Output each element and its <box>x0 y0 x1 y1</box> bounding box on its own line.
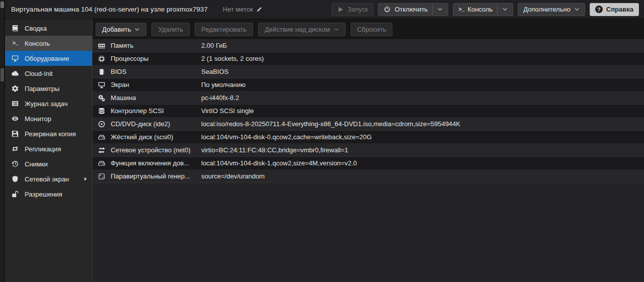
expand-right-icon <box>83 176 88 181</box>
hw-row-value: SeaBIOS <box>201 68 644 75</box>
hw-row-value: 2.00 ГиБ <box>201 42 644 49</box>
gear-icon <box>12 85 19 92</box>
sidebar-item-backup[interactable]: Резервная копия <box>5 126 92 141</box>
eye-icon <box>12 115 19 122</box>
add-button-label: Добавить <box>102 26 131 33</box>
retweet-icon <box>12 145 19 152</box>
table-row-bios[interactable]: BIOS SeaBIOS <box>93 65 644 78</box>
sidebar-item-label: Консоль <box>25 40 50 47</box>
tags-editor[interactable]: Нет меток <box>223 6 262 13</box>
chevron-down-icon <box>574 7 580 12</box>
history-icon <box>12 160 19 167</box>
help-button[interactable]: ? Справка <box>590 3 639 16</box>
table-row-cdrom[interactable]: CD/DVD-диск (ide2) local:iso/redos-8-202… <box>93 118 644 131</box>
hw-row-label: Машина <box>111 94 136 102</box>
hw-row-value: pc-i440fx-8.2 <box>201 94 644 102</box>
disk-action-button[interactable]: Действие над диском <box>258 23 346 36</box>
task-list-icon <box>12 100 19 107</box>
hw-row-label: BIOS <box>111 68 126 75</box>
chevron-down-icon <box>334 27 339 32</box>
sidebar-item-replication[interactable]: Репликация <box>5 141 92 156</box>
sidebar-item-cloudinit[interactable]: Cloud-Init <box>5 66 92 81</box>
hw-row-label: Паравиртуальный генер... <box>111 172 190 180</box>
proxmox-vm-hardware-page: Виртуальная машина 104 (red-os-server) н… <box>0 0 644 282</box>
unlock-icon <box>12 191 19 198</box>
hw-row-label: Функция включения дов... <box>111 159 189 167</box>
hw-row-label: Процессоры <box>111 55 148 62</box>
sidebar-item-monitor[interactable]: Монитор <box>5 111 92 126</box>
chevron-down-icon[interactable] <box>437 7 443 12</box>
button-divider <box>497 5 498 14</box>
power-icon <box>383 6 391 13</box>
memory-icon <box>98 42 105 49</box>
table-empty-area <box>93 183 644 282</box>
sidebar-item-label: Журнал задач <box>25 100 68 108</box>
table-row-scsi-controller[interactable]: Контроллер SCSI VirtIO SCSI single <box>93 105 644 118</box>
help-button-label: Справка <box>606 6 633 13</box>
sidebar-item-label: Оборудование <box>25 55 69 62</box>
table-row-display[interactable]: Экран По умолчанию <box>93 78 644 91</box>
cloud-icon <box>12 70 19 77</box>
chevron-down-icon[interactable] <box>502 7 508 12</box>
sidebar-item-label: Снимки <box>25 160 48 168</box>
sidebar-item-snapshots[interactable]: Снимки <box>5 156 92 171</box>
sidebar-item-permissions[interactable]: Разрешения <box>5 186 92 202</box>
button-divider <box>432 5 433 14</box>
console-button[interactable]: >_ Консоль <box>453 3 513 16</box>
more-button[interactable]: Дополнительно <box>518 3 585 16</box>
table-row-network-device[interactable]: Сетевое устройство (net0) virtio=BC:24:1… <box>93 144 644 157</box>
sidebar-item-firewall[interactable]: Сетевой экран <box>5 171 92 186</box>
sidebar-item-label: Сводка <box>25 25 47 32</box>
question-icon: ? <box>595 6 603 13</box>
tags-label: Нет меток <box>223 6 253 13</box>
floppy-icon <box>12 130 19 137</box>
hw-row-value: local:iso/redos-8-20250711.4-Everything-… <box>201 120 644 128</box>
shutdown-button[interactable]: Отключить <box>378 3 448 16</box>
shield-icon <box>12 175 19 182</box>
revert-button[interactable]: Сбросить <box>351 23 393 36</box>
sidebar-item-console[interactable]: >_ Консоль <box>5 36 92 51</box>
more-button-label: Дополнительно <box>523 6 571 13</box>
sidebar-item-label: Репликация <box>25 145 61 153</box>
sidebar-item-task-history[interactable]: Журнал задач <box>5 96 92 111</box>
pencil-icon <box>256 7 262 13</box>
hdd-icon <box>98 134 105 141</box>
revert-button-label: Сбросить <box>357 26 386 33</box>
sidebar-item-hardware[interactable]: Оборудование <box>5 51 92 66</box>
tree-panel-splitter[interactable] <box>0 0 5 282</box>
splitter-grip-icon[interactable] <box>1 68 4 81</box>
table-row-memory[interactable]: Память 2.00 ГиБ <box>93 39 644 52</box>
splitter-handle-icon[interactable] <box>1 2 4 8</box>
remove-button[interactable]: Удалить <box>151 23 190 36</box>
edit-button-label: Редактировать <box>201 26 247 33</box>
table-row-processors[interactable]: Процессоры 2 (1 sockets, 2 cores) <box>93 52 644 65</box>
start-button-label: Запуск <box>348 6 368 13</box>
dice-icon <box>98 173 105 180</box>
display-icon <box>98 81 105 88</box>
hw-row-value: local:104/vm-104-disk-1.qcow2,size=4M,ve… <box>201 159 644 167</box>
network-icon <box>98 147 105 154</box>
database-icon <box>98 108 105 115</box>
cdrom-icon <box>98 121 105 128</box>
play-icon <box>337 6 344 13</box>
edit-button[interactable]: Редактировать <box>195 23 253 36</box>
sidebar-item-label: Cloud-Init <box>25 70 53 77</box>
hw-row-label: CD/DVD-диск (ide2) <box>111 120 170 128</box>
table-row-tpm-state[interactable]: Функция включения дов... local:104/vm-10… <box>93 157 644 170</box>
hw-row-label: Память <box>111 42 133 49</box>
vm-sidebar: Сводка >_ Консоль Оборудование Cloud-Ini… <box>5 19 93 282</box>
sidebar-item-options[interactable]: Параметры <box>5 81 92 96</box>
hdd-icon <box>98 160 105 167</box>
table-row-machine[interactable]: Машина pc-i440fx-8.2 <box>93 91 644 105</box>
start-button[interactable]: Запуск <box>332 3 374 16</box>
hardware-table: Память 2.00 ГиБ Процессоры 2 (1 sockets,… <box>93 39 644 183</box>
hw-row-label: Жёсткий диск (scsi0) <box>111 133 173 141</box>
hw-row-value: По умолчанию <box>201 81 644 88</box>
hw-row-label: Экран <box>111 81 129 88</box>
terminal-icon: >_ <box>12 40 18 46</box>
sidebar-item-summary[interactable]: Сводка <box>5 21 92 36</box>
table-row-rng[interactable]: Паравиртуальный генер... source=/dev/ura… <box>93 170 644 183</box>
table-row-hard-disk[interactable]: Жёсткий диск (scsi0) local:104/vm-104-di… <box>93 131 644 144</box>
add-button[interactable]: Добавить <box>96 23 146 36</box>
hardware-toolbar: Добавить Удалить Редактировать Действие … <box>93 19 644 39</box>
